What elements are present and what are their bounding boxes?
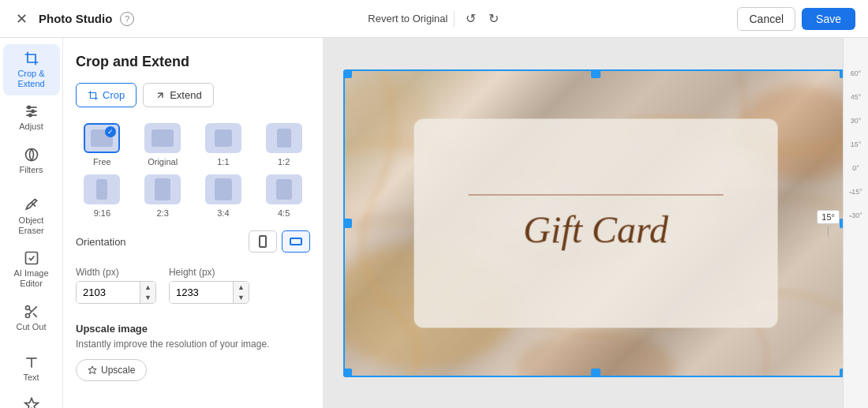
- ai-image-editor-icon: [24, 250, 39, 266]
- width-input-wrap: ▲ ▼: [76, 281, 156, 304]
- height-increment[interactable]: ▲: [234, 282, 249, 293]
- height-decrement[interactable]: ▼: [234, 293, 249, 304]
- rotation-value: 15°: [817, 210, 840, 224]
- crop-thumb-12: [266, 123, 302, 153]
- crop-label-45: 4:5: [278, 208, 290, 218]
- adjust-icon: [24, 103, 39, 119]
- upscale-button[interactable]: Upscale: [76, 359, 147, 381]
- gift-card: Gift Card: [414, 118, 778, 328]
- sidebar-item-decorative[interactable]: Decorative: [3, 391, 60, 408]
- ruler-mark-neg30: -30°: [849, 211, 862, 235]
- ruler-mark-60: 60°: [851, 69, 862, 93]
- crop-thumb-45: [266, 174, 302, 204]
- crop-option-9-16[interactable]: 9:16: [76, 174, 129, 218]
- height-field: Height (px) ▲ ▼: [169, 267, 249, 304]
- svg-point-4: [32, 110, 34, 113]
- topbar: ✕ Photo Studio ? Revert to Original ↺ ↻ …: [0, 0, 868, 38]
- decorative-icon: [24, 397, 39, 408]
- crop-option-3-4[interactable]: 3:4: [197, 174, 250, 218]
- canvas-area: Gift Card 15°: [324, 38, 868, 408]
- close-button[interactable]: ✕: [13, 7, 31, 31]
- tab-extend[interactable]: Extend: [143, 83, 213, 107]
- undo-button[interactable]: ↺: [461, 8, 481, 29]
- svg-point-9: [25, 305, 29, 309]
- crop-options-grid: ✓ Free Original 1:1: [76, 123, 310, 218]
- crop-option-1-2[interactable]: 1:2: [257, 123, 310, 167]
- width-input[interactable]: [77, 282, 140, 303]
- orientation-row: Orientation: [76, 230, 310, 253]
- sidebar-item-adjust[interactable]: Adjust: [3, 97, 60, 138]
- ruler-mark-15: 15°: [851, 140, 862, 164]
- svg-point-5: [28, 114, 31, 117]
- width-spinners: ▲ ▼: [140, 282, 155, 303]
- width-increment[interactable]: ▲: [140, 282, 155, 293]
- text-icon: [24, 354, 39, 370]
- svg-marker-16: [24, 399, 38, 408]
- portrait-button[interactable]: [249, 230, 277, 253]
- height-input-wrap: ▲ ▼: [169, 281, 249, 304]
- crop-label-original: Original: [148, 157, 178, 167]
- tab-row: Crop Extend: [76, 83, 310, 107]
- crop-option-1-1[interactable]: 1:1: [197, 123, 250, 167]
- app-title: Photo Studio: [39, 12, 112, 25]
- crop-label-34: 3:4: [217, 208, 229, 218]
- ruler-mark-30: 30°: [851, 117, 862, 140]
- redo-button[interactable]: ↻: [484, 8, 503, 29]
- crop-label-916: 9:16: [94, 208, 110, 218]
- upscale-description: Instantly improve the resolution of your…: [76, 338, 310, 351]
- sidebar-item-ai-image-editor[interactable]: AI Image Editor: [3, 244, 60, 295]
- rotation-line: [828, 226, 829, 237]
- topbar-center: Revert to Original ↺ ↻: [144, 8, 728, 29]
- icon-sidebar: Crop & Extend Adjust Filters: [0, 38, 63, 408]
- filters-icon: [24, 147, 39, 163]
- topbar-right: Cancel Save: [737, 7, 855, 31]
- svg-rect-8: [25, 253, 37, 264]
- tab-crop[interactable]: Crop: [76, 83, 137, 107]
- crop-option-free[interactable]: ✓ Free: [76, 123, 129, 167]
- svg-line-12: [33, 313, 37, 317]
- width-label: Width (px): [76, 267, 156, 278]
- sidebar-item-cut-out[interactable]: Cut Out: [3, 298, 60, 339]
- crop-label-23: 2:3: [156, 208, 168, 218]
- ruler-right: 60° 45° 30° 15° 0° -15° -30°: [843, 38, 868, 408]
- orientation-label: Orientation: [76, 236, 239, 248]
- help-icon[interactable]: ?: [120, 12, 134, 26]
- svg-point-24: [517, 330, 675, 377]
- crop-option-original[interactable]: Original: [137, 123, 189, 167]
- sidebar-item-filters[interactable]: Filters: [3, 140, 60, 182]
- image-wrapper: Gift Card: [343, 69, 848, 377]
- undo-redo-group: ↺ ↻: [461, 8, 503, 29]
- revert-button[interactable]: Revert to Original: [368, 13, 447, 24]
- crop-thumb-916: [84, 174, 120, 204]
- crop-thumb-23: [144, 174, 181, 204]
- orientation-buttons: [249, 230, 310, 253]
- crop-thumb-original: [144, 123, 181, 153]
- svg-line-13: [28, 309, 31, 311]
- crop-label-11: 1:1: [217, 157, 229, 167]
- crop-option-2-3[interactable]: 2:3: [137, 174, 189, 218]
- cancel-button[interactable]: Cancel: [737, 7, 795, 31]
- upscale-title: Upscale image: [76, 323, 310, 335]
- gift-card-line: [469, 194, 724, 196]
- ruler-mark-0: 0°: [852, 164, 859, 188]
- crop-tab-icon: [88, 90, 99, 101]
- crop-option-4-5[interactable]: 4:5: [257, 174, 310, 218]
- main-layout: Crop & Extend Adjust Filters: [0, 38, 868, 408]
- portrait-icon: [259, 235, 267, 248]
- topbar-left: ✕ Photo Studio ?: [13, 7, 134, 31]
- rotation-indicator: 15°: [817, 210, 840, 237]
- crop-thumb-34: [205, 174, 241, 204]
- landscape-button[interactable]: [282, 230, 310, 253]
- ruler-mark-45: 45°: [851, 93, 862, 117]
- height-input[interactable]: [170, 282, 233, 303]
- sidebar-item-object-eraser[interactable]: Object Eraser: [3, 191, 60, 242]
- topbar-separator: [454, 11, 455, 27]
- save-button[interactable]: Save: [802, 8, 855, 30]
- sidebar-item-crop-extend[interactable]: Crop & Extend: [3, 44, 60, 95]
- crop-extend-icon: [24, 51, 39, 66]
- marble-background: Gift Card: [343, 69, 848, 377]
- selected-check: ✓: [105, 126, 116, 137]
- sidebar-item-text[interactable]: Text: [3, 348, 60, 389]
- width-decrement[interactable]: ▼: [140, 293, 155, 304]
- height-label: Height (px): [169, 267, 249, 278]
